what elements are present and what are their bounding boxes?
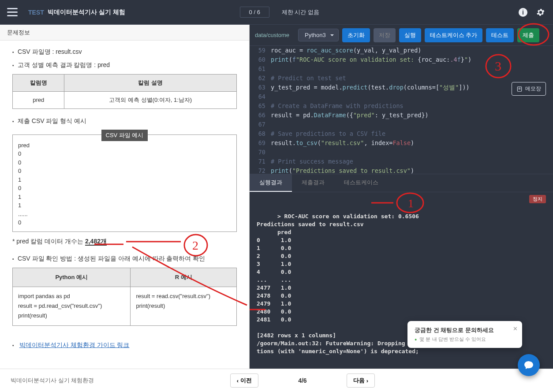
column-description-table: 칼럼명칼럼 설명 pred고객의 예측 성별(0:여자, 1:남자) xyxy=(12,74,237,109)
output-tabs: 실행결과 제출결과 테스트케이스 xyxy=(250,174,553,192)
top-bar: TEST 빅데이터분석기사 실기 체험 0 / 6 제한 시간 없음 i xyxy=(0,0,553,25)
code-toolbar: data/custome Python3 초기화 저장 실행 테스트케이스 추가… xyxy=(250,25,553,46)
menu-icon[interactable] xyxy=(7,7,18,18)
chat-fab-button[interactable] xyxy=(518,354,540,376)
time-limit-text: 제한 시간 없음 xyxy=(282,8,319,16)
close-icon[interactable]: ✕ xyxy=(513,325,518,332)
chat-help-subtitle: 몇 분 내 답변 받으실 수 있어요 xyxy=(415,336,515,343)
test-button[interactable]: 테스트 xyxy=(486,28,514,42)
problem-panel: 문제정보 CSV 파일명 : result.csv 고객 성별 예측 결과 칼럼… xyxy=(0,25,250,369)
page-indicator: 4/6 xyxy=(298,377,306,384)
environment-title: 빅데이터분석기사 실기 체험환경 xyxy=(11,377,94,385)
submit-button[interactable]: 제출 xyxy=(517,28,539,42)
language-selector[interactable]: Python3 xyxy=(298,29,339,41)
add-testcase-button[interactable]: 테스트케이스 추가 xyxy=(425,28,483,42)
gear-icon[interactable] xyxy=(535,7,546,18)
save-button: 저장 xyxy=(374,28,396,42)
test-label: TEST xyxy=(28,9,44,16)
count-note: * pred 칼럼 데이터 개수는 2,482개 xyxy=(12,236,237,247)
file-path: data/custome xyxy=(255,32,293,38)
bullet-csv-filename: CSV 파일명 : result.csv xyxy=(12,47,237,57)
code-editor[interactable]: 5960616263646566676869707172 roc_auc = r… xyxy=(250,46,553,174)
progress-indicator: 0 / 6 xyxy=(240,7,269,18)
stop-button[interactable]: 정지 xyxy=(529,195,546,203)
bottom-bar: 빅데이터분석기사 실기 체험환경 ‹이전 4/6 다음› xyxy=(0,369,553,392)
code-content[interactable]: roc_auc = roc_auc_score(y_val, y_val_pre… xyxy=(271,46,553,174)
code-panel: data/custome Python3 초기화 저장 실행 테스트케이스 추가… xyxy=(250,25,553,369)
python-example-code: import pandas as pd result = pd.read_csv… xyxy=(13,287,131,325)
code-example-table: Python 예시R 예시 import pandas as pd result… xyxy=(12,268,237,325)
r-example-header: R 예시 xyxy=(131,268,237,287)
tab-submit-result[interactable]: 제출결과 xyxy=(292,174,334,192)
line-gutter: 5960616263646566676869707172 xyxy=(250,46,271,174)
tab-run-result[interactable]: 실행결과 xyxy=(250,174,292,192)
bullet-pred-col: 고객 성별 예측 결과 칼럼명 : pred xyxy=(12,60,237,71)
col-header-desc: 칼럼 설명 xyxy=(64,74,237,91)
python-example-header: Python 예시 xyxy=(13,268,131,287)
tab-testcase[interactable]: 테스트케이스 xyxy=(334,174,388,192)
r-example-code: result = read.csv("result.csv") print(re… xyxy=(131,287,237,325)
chat-help-popup: ✕ 궁금한 건 채팅으로 문의하세요 몇 분 내 답변 받으실 수 있어요 xyxy=(407,321,522,348)
tab-problem-info[interactable]: 문제정보 xyxy=(0,25,249,41)
problem-body: CSV 파일명 : result.csv 고객 성별 예측 결과 칼럼명 : p… xyxy=(0,41,249,369)
console-text: > ROC-AUC score on validation set: 0.650… xyxy=(257,213,422,355)
memo-button[interactable]: 메모장 xyxy=(512,82,546,96)
info-icon[interactable]: i xyxy=(518,7,528,18)
col-cell-pred: pred xyxy=(13,91,64,108)
bullet-guide-link: 빅데이터분석기사 체험환경 가이드 링크 xyxy=(12,335,237,351)
csv-example-label: CSV 파일 예시 xyxy=(101,130,148,141)
bullet-check-method: CSV 파일 확인 방법 : 생성된 파일을 아래 예시에 따라 출력하여 확인 xyxy=(12,254,237,264)
col-header-name: 칼럼명 xyxy=(13,74,64,91)
chat-help-title: 궁금한 건 채팅으로 문의하세요 xyxy=(415,326,515,334)
run-button[interactable]: 실행 xyxy=(399,28,421,42)
csv-sample-content: pred 0 0 0 1 0 1 1 ...... 0 xyxy=(18,141,231,227)
count-value: 2,482개 xyxy=(85,238,107,246)
bullet-csv-format: 제출 CSV 파일 형식 예시 xyxy=(12,116,237,127)
col-cell-desc: 고객의 예측 성별(0:여자, 1:남자) xyxy=(64,91,237,108)
reset-button[interactable]: 초기화 xyxy=(342,28,370,42)
csv-example-box: CSV 파일 예시 pred 0 0 0 1 0 1 1 ...... 0 xyxy=(12,134,237,232)
next-button[interactable]: 다음› xyxy=(347,373,375,388)
guide-link[interactable]: 빅데이터분석기사 체험환경 가이드 링크 xyxy=(19,340,130,351)
page-title: 빅데이터분석기사 실기 체험 xyxy=(48,8,125,16)
prev-button[interactable]: ‹이전 xyxy=(230,373,258,388)
